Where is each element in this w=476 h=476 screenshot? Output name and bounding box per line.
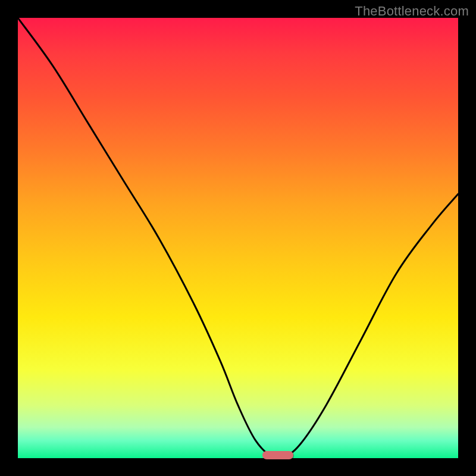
watermark-label: TheBottleneck.com [355,4,469,19]
chart-frame: TheBottleneck.com [0,0,476,476]
optimum-marker [262,451,293,459]
plot-area [18,18,458,458]
